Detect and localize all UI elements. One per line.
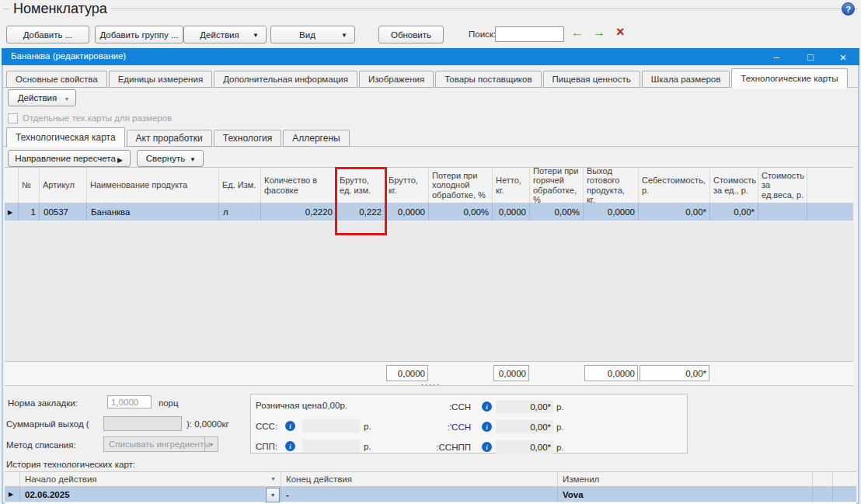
ccn-field: 0,00*	[496, 400, 553, 413]
col-header-cost-per-weight[interactable]: Стоимость за ед.веса, р.	[758, 168, 807, 203]
search-next-icon[interactable]: →	[593, 26, 605, 40]
col-label: Артикул	[43, 180, 75, 190]
col-label: Наименование продукта	[90, 180, 187, 190]
tab-size-scale[interactable]: Шкала размеров	[642, 71, 730, 88]
search-prev-icon[interactable]: ←	[571, 26, 584, 40]
info-icon[interactable]: i	[285, 441, 295, 451]
cpp-unit: р.	[364, 442, 371, 451]
col-header-cost-per-unit[interactable]: Стоимость за ед., р.	[710, 168, 758, 203]
add-button[interactable]: Добавить ...	[6, 26, 89, 43]
view-button[interactable]: Вид ▼	[270, 26, 355, 43]
writeoff-method-label: Метод списания:	[6, 440, 76, 450]
history-row[interactable]: ▶ 02.06.2025 ▾ - Vova	[5, 487, 856, 502]
add-group-button[interactable]: Добавить группу ...	[95, 26, 183, 43]
filter-icon[interactable]: ▼	[270, 476, 276, 481]
row-marker-icon: ▶	[5, 203, 19, 221]
portion-input[interactable]	[107, 395, 152, 408]
tab-extra-info[interactable]: Дополнительная информация	[214, 71, 357, 88]
maximize-button[interactable]: □	[799, 48, 822, 65]
cpp-label: СПП:	[256, 442, 277, 451]
date-combo-button[interactable]: ▾	[266, 488, 280, 502]
total-yield-input	[103, 416, 182, 431]
total-yield-kg[interactable]: 0,0000	[584, 365, 638, 381]
info-icon[interactable]: i	[482, 442, 492, 452]
info-icon[interactable]: i	[285, 421, 295, 431]
tab-supplier-goods[interactable]: Товары поставщиков	[435, 71, 541, 88]
tab-label: Технологические карты	[741, 74, 838, 83]
splitter-handle[interactable]: ·····	[0, 381, 861, 388]
dialog-actions-button[interactable]: Действия ▾	[8, 89, 76, 106]
ccn-prime-field: 0,00*	[496, 420, 553, 433]
col-header-cost[interactable]: Себестоимость, р.	[639, 168, 710, 203]
history-cell-end: -	[281, 487, 558, 502]
minimize-button[interactable]: –	[765, 48, 788, 65]
col-label: Потери при горячей обработке, %	[533, 166, 580, 205]
total-net-kg[interactable]: 0,0000	[493, 365, 529, 381]
col-header-cold-loss[interactable]: Потери при холодной обработке, %	[429, 168, 493, 203]
history-table: Начало действия ▼ Конец действия Изменил…	[5, 471, 856, 504]
col-header-net-kg[interactable]: Нетто, кг.	[493, 168, 530, 203]
history-col-start[interactable]: Начало действия ▼	[20, 472, 281, 486]
maximize-icon: □	[807, 51, 814, 63]
tab-units[interactable]: Единицы измерения	[109, 71, 212, 88]
tab-tech-cards[interactable]: Технологические карты	[731, 68, 847, 89]
info-icon[interactable]: i	[482, 422, 492, 432]
cell-name: Бананква	[87, 203, 219, 221]
tab-technology[interactable]: Технология	[214, 130, 282, 147]
col-header-yield-kg[interactable]: Выход готового продукта, кг.	[584, 168, 639, 203]
tab-tech-card[interactable]: Технологическая карта	[6, 127, 125, 148]
tab-allergens[interactable]: Аллергены	[283, 130, 349, 147]
search-clear-icon[interactable]: ×	[616, 24, 625, 40]
tab-label: Изображения	[368, 75, 424, 84]
col-header-name[interactable]: Наименование продукта	[87, 168, 219, 203]
close-button[interactable]: ×	[831, 48, 855, 65]
separate-cards-label: Отдельные тех.карты для размеров	[23, 113, 172, 123]
grid-header-row: № Артикул Наименование продукта Ед. Изм.…	[5, 167, 853, 203]
col-label: Стоимость за ед.веса, р.	[762, 171, 804, 200]
cell-gross-kg: 0,0000	[385, 203, 429, 221]
col-label: Ед. Изм.	[222, 180, 256, 190]
col-label: Количество в фасовке	[264, 176, 333, 195]
ccn-prime-unit: р.	[556, 422, 564, 432]
info-icon[interactable]: i	[482, 401, 492, 412]
collapse-button[interactable]: Свернуть ▼	[137, 150, 204, 167]
search-input[interactable]	[495, 26, 564, 42]
row-marker-icon: ▶	[5, 487, 20, 502]
history-col-changed[interactable]: Изменил	[558, 472, 813, 486]
chevron-down-icon: ▾	[65, 96, 68, 103]
col-header-hot-loss[interactable]: Потери при горячей обработке, %	[530, 168, 584, 203]
tab-main-props[interactable]: Основные свойства	[6, 71, 107, 88]
tab-label: Пищевая ценность	[553, 75, 631, 84]
col-header-sku[interactable]: Артикул	[40, 168, 87, 203]
ccnpp-field: 0,00*	[496, 440, 553, 454]
tab-test-report[interactable]: Акт проработки	[127, 130, 212, 147]
refresh-button[interactable]: Обновить	[378, 26, 444, 43]
chevron-down-icon: ▼	[190, 156, 196, 163]
inner-tabstrip: Технологическая карта Акт проработки Тех…	[6, 126, 351, 147]
cpp-field	[302, 440, 360, 453]
writeoff-method-value: Списывать ингредиенты	[109, 440, 210, 449]
dialog-actions-label: Действия	[18, 93, 57, 103]
dialog-titlebar: Бананква (редактирование) – □ ×	[2, 48, 859, 65]
col-label: Брутто, кг.	[389, 176, 425, 195]
tab-nutrition[interactable]: Пищевая ценность	[543, 71, 640, 88]
cell-cost-per-unit: 0,00*	[710, 203, 758, 221]
col-header-qty-pack[interactable]: Количество в фасовке	[261, 168, 336, 203]
actions-button[interactable]: Действия ▼	[183, 26, 267, 43]
recalc-direction-button[interactable]: Направление пересчета ▶	[8, 150, 131, 167]
cell-yield-kg: 0,0000	[584, 203, 639, 221]
col-label: Потери при холодной обработке, %	[432, 171, 489, 200]
col-label: Начало действия	[25, 474, 97, 484]
tab-images[interactable]: Изображения	[359, 71, 434, 88]
col-header-gross-kg[interactable]: Брутто, кг.	[385, 168, 429, 203]
col-header-unit[interactable]: Ед. Изм.	[219, 168, 261, 203]
col-header-num[interactable]: №	[19, 168, 40, 203]
grid-row-ingredient[interactable]: ▶ 1 00537 Бананква л 0,2220 0,222 0,0000…	[5, 203, 853, 221]
history-col-extra	[813, 472, 833, 486]
history-cell-start: 02.06.2025 ▾	[20, 487, 281, 502]
help-icon[interactable]: ?	[842, 2, 855, 16]
history-col-end[interactable]: Конец действия	[281, 472, 558, 486]
ccc-unit: р.	[364, 422, 371, 431]
cell-cost: 0,00*	[639, 203, 710, 221]
total-cost[interactable]: 0,00*	[640, 365, 709, 381]
